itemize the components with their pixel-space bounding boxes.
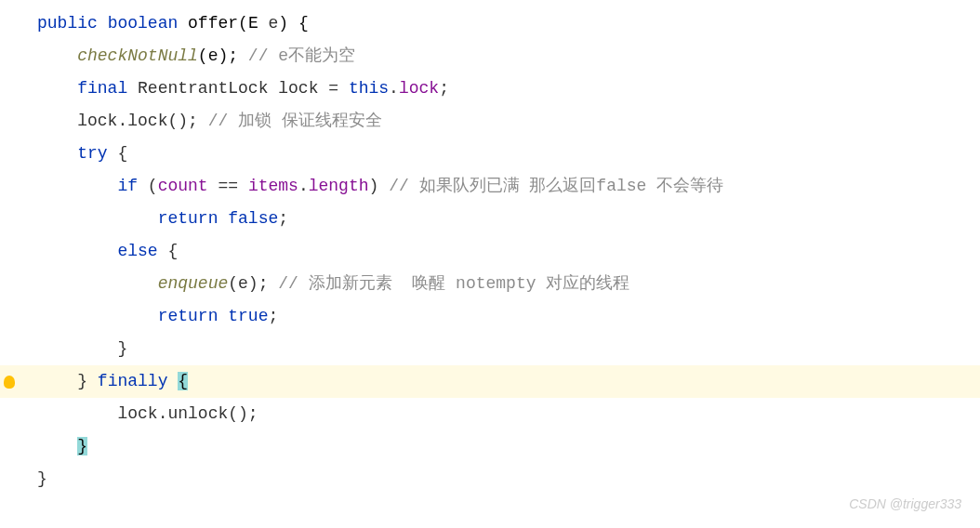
code-line: return false; (37, 203, 980, 235)
code-line: } (37, 463, 980, 495)
code-line: try { (37, 138, 980, 170)
code-line: lock.unlock(); (37, 398, 980, 430)
comment: // 添加新元素 唤醒 notempty 对应的线程 (278, 274, 629, 293)
brace-matched: } (77, 437, 87, 455)
space (167, 372, 178, 390)
brace: { (108, 144, 128, 163)
code-line: } (37, 430, 980, 463)
op: == (208, 177, 248, 195)
comment: // e不能为空 (248, 46, 355, 65)
indent (37, 46, 77, 65)
indent (37, 339, 117, 358)
code-line: } (37, 333, 980, 365)
paren: ) (369, 177, 390, 195)
comment: // 如果队列已满 那么返回false 不会等待 (389, 177, 723, 195)
field: count (158, 177, 208, 195)
keyword-false: false (218, 209, 278, 228)
method-name: offer (188, 14, 238, 33)
semi: ; (268, 307, 278, 325)
semi: ; (278, 209, 288, 228)
indent (37, 112, 77, 130)
code-line-highlighted: } finally { (0, 365, 980, 398)
brace: { (288, 14, 309, 33)
dot: . (389, 79, 399, 98)
paren: ( (238, 14, 248, 33)
obj: lock (117, 404, 157, 423)
keyword-boolean: boolean (108, 14, 179, 33)
watermark: CSDN @trigger333 (849, 488, 961, 521)
eq: = (318, 79, 348, 98)
keyword-return: return (158, 209, 219, 228)
keyword-else: else (117, 242, 157, 260)
args: (e); (198, 46, 248, 65)
brace: } (37, 469, 47, 488)
indent (37, 242, 117, 260)
indent (37, 209, 158, 228)
code-line: enqueue(e); // 添加新元素 唤醒 notempty 对应的线程 (37, 268, 980, 300)
comment: // 加锁 保证线程安全 (208, 112, 382, 130)
indent (37, 79, 77, 98)
brace-matched: { (178, 372, 188, 390)
param-name: e (258, 14, 279, 33)
semi: ; (439, 79, 449, 98)
obj: lock (77, 112, 117, 130)
brace: } (117, 339, 127, 358)
code-editor[interactable]: public boolean offer(E e) { checkNotNull… (0, 0, 980, 495)
indent (37, 437, 77, 455)
dot: . (298, 177, 309, 195)
paren: ( (138, 177, 158, 195)
keyword-final: final (77, 79, 127, 98)
param-type: E (248, 14, 258, 33)
indent (37, 372, 77, 390)
code-line: lock.lock(); // 加锁 保证线程安全 (37, 105, 980, 138)
indent (37, 274, 158, 293)
paren: ) (278, 14, 288, 33)
keyword-this: this (349, 79, 389, 98)
keyword-try: try (77, 144, 107, 163)
brace: } (77, 372, 98, 390)
code-line: else { (37, 235, 980, 268)
keyword-finally: finally (98, 372, 168, 390)
method-call: checkNotNull (77, 46, 198, 65)
type: ReentrantLock (127, 79, 278, 98)
code-line: public boolean offer(E e) { (37, 7, 980, 40)
indent (37, 404, 117, 423)
code-line: final ReentrantLock lock = this.lock; (37, 73, 980, 105)
keyword-true: true (218, 307, 268, 325)
field: lock (399, 79, 439, 98)
field: items (248, 177, 298, 195)
call: .unlock(); (158, 404, 258, 423)
code-line: checkNotNull(e); // e不能为空 (37, 40, 980, 73)
method-call: enqueue (158, 274, 229, 293)
code-line: if (count == items.length) // 如果队列已满 那么返… (37, 170, 980, 203)
args: (e); (228, 274, 278, 293)
intention-bulb-icon[interactable] (0, 365, 19, 398)
keyword-return: return (158, 307, 219, 325)
indent (37, 177, 117, 195)
keyword-if: if (117, 177, 138, 195)
call: .lock(); (117, 112, 207, 130)
code-line: return true; (37, 300, 980, 333)
keyword-public: public (37, 14, 98, 33)
indent (37, 144, 77, 163)
var: lock (278, 79, 318, 98)
prop: length (309, 177, 369, 195)
brace: { (158, 242, 179, 260)
indent (37, 307, 158, 325)
